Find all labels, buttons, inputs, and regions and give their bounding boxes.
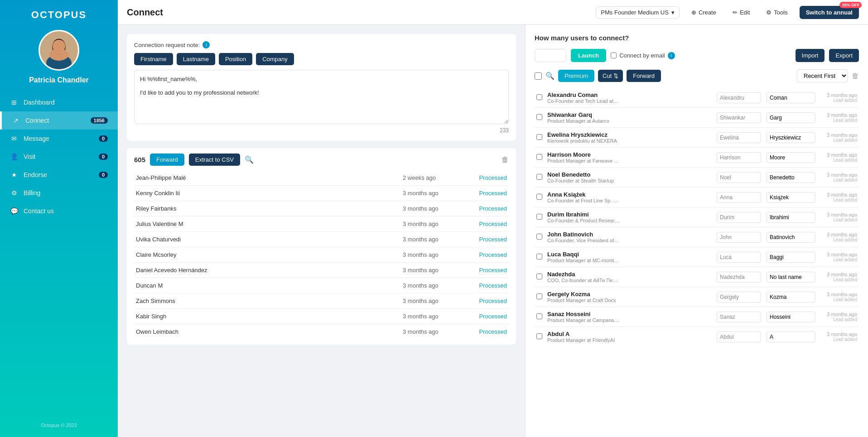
lead-checkbox[interactable] — [536, 274, 542, 279]
lead-lastname-input[interactable] — [767, 331, 815, 342]
lead-lname-cell[interactable] — [764, 207, 818, 227]
lead-lname-cell[interactable] — [764, 187, 818, 207]
connect-email-label[interactable]: Connect by email i — [611, 52, 675, 59]
lead-checkbox[interactable] — [536, 293, 542, 299]
list-item[interactable]: Uvika Chaturvedi 3 months ago Processed — [134, 232, 509, 247]
lead-lname-cell[interactable] — [764, 287, 818, 307]
lead-lastname-input[interactable] — [767, 272, 815, 283]
create-button[interactable]: ⊕ Create — [687, 7, 721, 18]
forward-leads-button[interactable]: Forward — [627, 70, 661, 82]
export-button[interactable]: Export — [829, 49, 859, 62]
lead-checkbox-cell[interactable] — [535, 108, 545, 128]
position-tag-button[interactable]: Position — [219, 53, 252, 65]
table-row[interactable]: Durim Ibrahimi Co-Founder & Product Rese… — [535, 207, 859, 227]
lead-lastname-input[interactable] — [767, 132, 815, 143]
select-all-checkbox[interactable] — [535, 72, 542, 80]
lead-firstname-input[interactable] — [717, 232, 761, 243]
lead-checkbox-cell[interactable] — [535, 88, 545, 108]
table-row[interactable]: Gergely Kozma Product Manager at Craft D… — [535, 287, 859, 307]
list-item[interactable]: Jean-Philippe Malé 2 weeks ago Processed — [134, 170, 509, 186]
table-row[interactable]: John Batinovich Co-Founder, Vice Preside… — [535, 227, 859, 247]
lead-lastname-input[interactable] — [767, 112, 815, 123]
lead-checkbox[interactable] — [536, 254, 542, 259]
table-row[interactable]: Harrison Moore Product Manager at Fanwav… — [535, 148, 859, 168]
lead-lastname-input[interactable] — [767, 172, 815, 183]
lead-fname-cell[interactable] — [714, 287, 764, 307]
lead-firstname-input[interactable] — [717, 92, 761, 103]
lead-lname-cell[interactable] — [764, 247, 818, 267]
list-item[interactable]: Duncan M 3 months ago Processed — [134, 278, 509, 293]
lead-fname-cell[interactable] — [714, 108, 764, 128]
lead-firstname-input[interactable] — [717, 152, 761, 163]
sidebar-item-visit[interactable]: 👤 Visit 0 — [0, 148, 118, 166]
lead-checkbox[interactable] — [536, 333, 542, 339]
lead-checkbox-cell[interactable] — [535, 227, 545, 247]
sidebar-item-billing[interactable]: ⚙ Billing — [0, 184, 118, 202]
table-row[interactable]: Shiwankar Garq Product Manager at Autarc… — [535, 108, 859, 128]
lead-fname-cell[interactable] — [714, 207, 764, 227]
lead-checkbox[interactable] — [536, 94, 542, 100]
lead-checkbox[interactable] — [536, 234, 542, 240]
lead-lastname-input[interactable] — [767, 232, 815, 243]
lead-checkbox-cell[interactable] — [535, 287, 545, 307]
sidebar-item-contact[interactable]: 💬 Contact us — [0, 202, 118, 220]
lead-lname-cell[interactable] — [764, 267, 818, 287]
firstname-tag-button[interactable]: Firstname — [134, 53, 173, 65]
lead-checkbox[interactable] — [536, 134, 542, 140]
lead-checkbox-cell[interactable] — [535, 128, 545, 148]
lead-firstname-input[interactable] — [717, 312, 761, 322]
cut-button[interactable]: Cut ⇅ — [598, 70, 623, 82]
list-search-button[interactable]: 🔍 — [245, 155, 254, 164]
list-item[interactable]: Zach Simmons 3 months ago Processed — [134, 293, 509, 309]
lead-checkbox[interactable] — [536, 154, 542, 160]
lead-checkbox-cell[interactable] — [535, 187, 545, 207]
lead-lname-cell[interactable] — [764, 307, 818, 327]
lead-checkbox-cell[interactable] — [535, 267, 545, 287]
tools-button[interactable]: ⚙ Tools — [762, 7, 792, 18]
company-tag-button[interactable]: Company — [256, 53, 294, 65]
sidebar-item-message[interactable]: ✉ Message 0 — [0, 130, 118, 148]
table-row[interactable]: Noel Benedetto Co-Founder at Stealth Sta… — [535, 168, 859, 187]
list-item[interactable]: Julius Valentine M 3 months ago Processe… — [134, 216, 509, 232]
lead-firstname-input[interactable] — [717, 192, 761, 203]
lead-fname-cell[interactable] — [714, 88, 764, 108]
table-row[interactable]: Anna Książek Co-Founder at Frost Line Sp… — [535, 187, 859, 207]
lead-fname-cell[interactable] — [714, 327, 764, 347]
edit-button[interactable]: ✏ Edit — [728, 7, 754, 18]
lead-lastname-input[interactable] — [767, 292, 815, 303]
import-button[interactable]: Import — [796, 49, 825, 62]
table-row[interactable]: Abdul A Product Manager at FriendlyAI 3 … — [535, 327, 859, 347]
sidebar-item-endorse[interactable]: ★ Endorse 0 — [0, 166, 118, 184]
list-item[interactable]: Riley Fairbanks 3 months ago Processed — [134, 201, 509, 216]
lead-checkbox-cell[interactable] — [535, 247, 545, 267]
list-item[interactable]: Claire Mcsorley 3 months ago Processed — [134, 247, 509, 263]
lead-checkbox[interactable] — [536, 194, 542, 200]
lead-firstname-input[interactable] — [717, 331, 761, 342]
lead-checkbox[interactable] — [536, 174, 542, 180]
lead-checkbox-cell[interactable] — [535, 307, 545, 327]
lead-lastname-input[interactable] — [767, 212, 815, 223]
extract-csv-button[interactable]: Extract to CSV — [189, 154, 240, 166]
plan-selector[interactable]: PMs Founder Medium US ▾ — [596, 6, 680, 19]
lastname-tag-button[interactable]: Lastname — [177, 53, 215, 65]
table-row[interactable]: Sanaz Hosseini Product Manager at Campan… — [535, 307, 859, 327]
lead-firstname-input[interactable] — [717, 292, 761, 303]
forward-button[interactable]: Forward — [150, 154, 184, 166]
premium-filter-button[interactable]: Premium — [558, 70, 594, 82]
note-textarea[interactable]: Hi %%first_name%%, I'd like to add you t… — [134, 70, 509, 124]
lead-lname-cell[interactable] — [764, 168, 818, 187]
lead-lastname-input[interactable] — [767, 152, 815, 163]
launch-button[interactable]: Launch — [571, 49, 606, 62]
lead-lastname-input[interactable] — [767, 92, 815, 103]
lead-lastname-input[interactable] — [767, 252, 815, 263]
connect-count-input[interactable] — [535, 49, 566, 62]
info-icon[interactable]: i — [203, 41, 210, 48]
lead-firstname-input[interactable] — [717, 132, 761, 143]
lead-lname-cell[interactable] — [764, 327, 818, 347]
lead-lname-cell[interactable] — [764, 148, 818, 168]
lead-fname-cell[interactable] — [714, 307, 764, 327]
lead-fname-cell[interactable] — [714, 168, 764, 187]
lead-fname-cell[interactable] — [714, 267, 764, 287]
lead-checkbox[interactable] — [536, 114, 542, 120]
lead-checkbox-cell[interactable] — [535, 327, 545, 347]
